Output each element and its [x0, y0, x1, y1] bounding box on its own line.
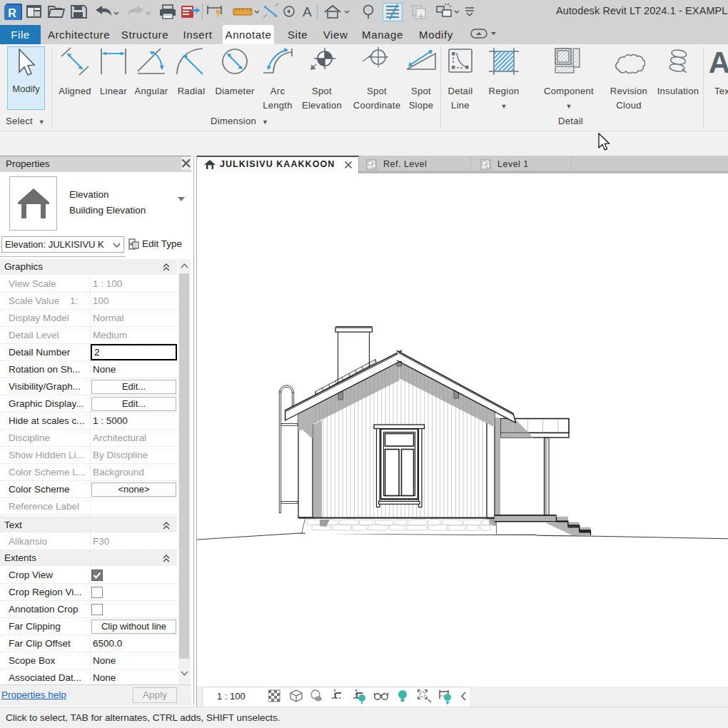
svg-text:A: A [303, 4, 312, 19]
svg-text:A: A [709, 47, 728, 76]
svg-text:R: R [8, 7, 16, 19]
